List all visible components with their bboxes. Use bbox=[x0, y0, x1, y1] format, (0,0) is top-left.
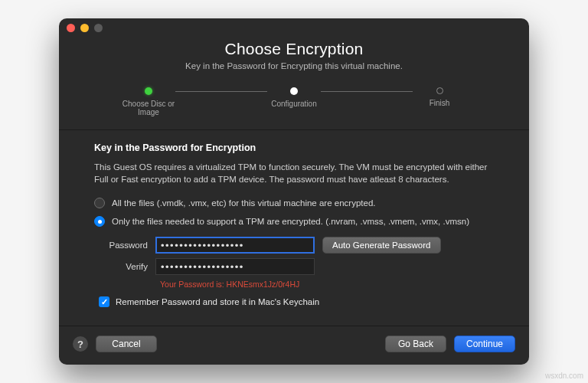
radio-option-fast-encryption[interactable]: Only the files needed to support a TPM a… bbox=[94, 215, 494, 228]
step-label: Finish bbox=[430, 99, 450, 108]
step-dot-done-icon bbox=[145, 87, 152, 95]
step-choose-disc: Choose Disc or Image bbox=[122, 87, 175, 117]
generated-password-hint: Your Password is: HKNEsmx1Jz/0r4HJ bbox=[160, 280, 494, 289]
hint-value: HKNEsmx1Jz/0r4HJ bbox=[227, 280, 300, 289]
radio-checked-icon bbox=[94, 216, 105, 227]
password-label: Password bbox=[94, 241, 148, 250]
step-dot-active-icon bbox=[290, 87, 298, 95]
footer: ? Cancel Go Back Continue bbox=[59, 326, 529, 365]
remember-label: Remember Password and store it in Mac's … bbox=[116, 297, 319, 306]
section-description: This Guest OS requires a virtualized TPM… bbox=[94, 161, 494, 186]
page-subtitle: Key in the Password for Encrypting this … bbox=[74, 61, 514, 70]
radio-icon bbox=[94, 198, 105, 208]
radio-label: All the files (.vmdk, .vmx, etc) for thi… bbox=[112, 197, 375, 209]
close-icon[interactable] bbox=[67, 24, 75, 32]
verify-label: Verify bbox=[94, 262, 148, 271]
step-label: Choose Disc or Image bbox=[122, 100, 175, 117]
radio-label: Only the files needed to support a TPM a… bbox=[112, 215, 469, 228]
step-label: Configuration bbox=[271, 100, 316, 109]
cancel-button[interactable]: Cancel bbox=[96, 336, 157, 352]
watermark: wsxdn.com bbox=[545, 372, 583, 380]
step-finish: Finish bbox=[413, 87, 466, 108]
hint-prefix: Your Password is: bbox=[160, 280, 227, 289]
step-connector bbox=[175, 91, 267, 92]
section-title: Key in the Password for Encryption bbox=[94, 142, 494, 153]
content: Key in the Password for Encryption This … bbox=[59, 130, 529, 316]
step-configuration: Configuration bbox=[267, 87, 321, 109]
checkmark-icon: ✓ bbox=[99, 296, 109, 307]
remember-password-checkbox[interactable]: ✓ Remember Password and store it in Mac'… bbox=[99, 296, 494, 307]
continue-button[interactable]: Continue bbox=[454, 336, 515, 352]
auto-generate-password-button[interactable]: Auto Generate Password bbox=[322, 237, 441, 254]
radio-option-full-encryption[interactable]: All the files (.vmdk, .vmx, etc) for thi… bbox=[94, 197, 494, 209]
dialog-window: Choose Encryption Key in the Password fo… bbox=[59, 18, 529, 365]
page-title: Choose Encryption bbox=[74, 40, 514, 58]
go-back-button[interactable]: Go Back bbox=[385, 336, 446, 352]
help-button[interactable]: ? bbox=[73, 336, 88, 352]
titlebar bbox=[59, 18, 529, 38]
verify-input[interactable]: •••••••••••••••••• bbox=[155, 258, 315, 275]
minimize-icon[interactable] bbox=[80, 24, 89, 32]
password-row: Password •••••••••••••••••• Auto Generat… bbox=[94, 237, 494, 254]
wizard-steps: Choose Disc or Image Configuration Finis… bbox=[59, 81, 529, 129]
zoom-icon bbox=[94, 24, 103, 32]
password-input[interactable]: •••••••••••••••••• bbox=[155, 237, 315, 254]
step-dot-future-icon bbox=[436, 87, 443, 94]
verify-row: Verify •••••••••••••••••• bbox=[94, 258, 494, 275]
header: Choose Encryption Key in the Password fo… bbox=[59, 38, 529, 81]
step-connector bbox=[321, 91, 413, 92]
